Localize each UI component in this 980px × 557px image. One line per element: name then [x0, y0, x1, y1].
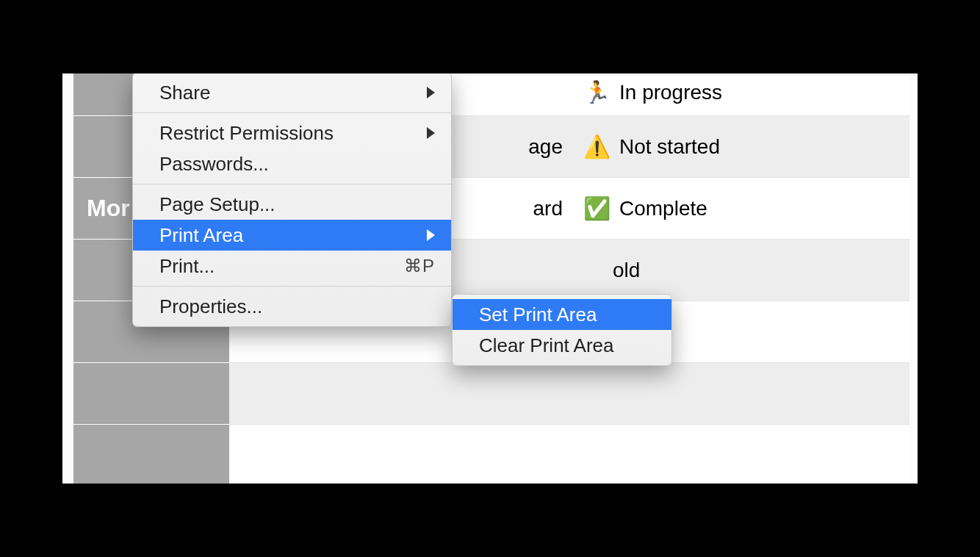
status-cell: 🏃 In progress — [573, 73, 804, 116]
context-menu: Share Restrict Permissions Passwords... … — [132, 73, 452, 327]
menu-label: Print Area — [159, 224, 243, 247]
menu-item-page-setup[interactable]: Page Setup... — [133, 189, 451, 220]
status-cell: ⚠️ Not started — [573, 116, 804, 178]
warning-icon: ⚠️ — [583, 134, 610, 159]
status-text: In progress — [619, 81, 722, 104]
menu-item-set-print-area[interactable]: Set Print Area — [453, 299, 671, 330]
menu-separator — [133, 112, 451, 113]
menu-label: Set Print Area — [479, 303, 597, 326]
menu-item-clear-print-area[interactable]: Clear Print Area — [453, 330, 671, 361]
menu-separator — [133, 286, 451, 287]
empty-cell — [804, 116, 909, 178]
empty-cell — [804, 240, 909, 301]
menu-label: Share — [159, 82, 210, 104]
menu-item-share[interactable]: Share — [133, 77, 451, 108]
empty-cell — [804, 363, 909, 425]
empty-cell — [804, 178, 909, 240]
menu-label: Restrict Permissions — [159, 122, 334, 145]
task-cell — [229, 425, 573, 484]
check-icon: ✅ — [583, 195, 610, 221]
running-icon: 🏃 — [583, 79, 610, 105]
row-header — [73, 363, 229, 425]
menu-item-properties[interactable]: Properties... — [133, 291, 451, 322]
empty-cell — [804, 425, 909, 484]
menu-label: Passwords... — [159, 153, 269, 176]
row-header — [73, 425, 229, 484]
status-cell — [573, 425, 804, 484]
status-text: old — [613, 259, 640, 282]
menu-label: Print... — [159, 255, 215, 278]
screenshot-frame: 🏃 In progress age ⚠️ Not started Mor ard… — [62, 73, 918, 484]
table-row — [73, 363, 909, 425]
menu-item-print[interactable]: Print... ⌘P — [133, 251, 451, 281]
menu-item-restrict-permissions[interactable]: Restrict Permissions — [133, 118, 451, 148]
menu-label: Properties... — [159, 295, 262, 318]
empty-cell — [804, 73, 909, 116]
status-cell: old — [573, 240, 804, 301]
keyboard-shortcut: ⌘P — [404, 256, 435, 276]
menu-label: Clear Print Area — [479, 334, 614, 357]
menu-item-passwords[interactable]: Passwords... — [133, 148, 451, 179]
submenu-arrow-icon — [427, 229, 435, 241]
table-row — [73, 425, 909, 484]
status-text: Not started — [619, 135, 720, 159]
submenu-arrow-icon — [427, 87, 435, 98]
status-cell — [573, 363, 804, 425]
empty-cell — [804, 301, 909, 363]
menu-item-print-area[interactable]: Print Area — [133, 220, 451, 251]
submenu-arrow-icon — [427, 127, 435, 139]
submenu-print-area: Set Print Area Clear Print Area — [452, 294, 672, 366]
menu-label: Page Setup... — [159, 193, 275, 216]
status-text: Complete — [619, 197, 707, 220]
task-cell — [229, 363, 573, 425]
menu-separator — [133, 184, 451, 184]
status-cell: ✅ Complete — [573, 178, 804, 240]
